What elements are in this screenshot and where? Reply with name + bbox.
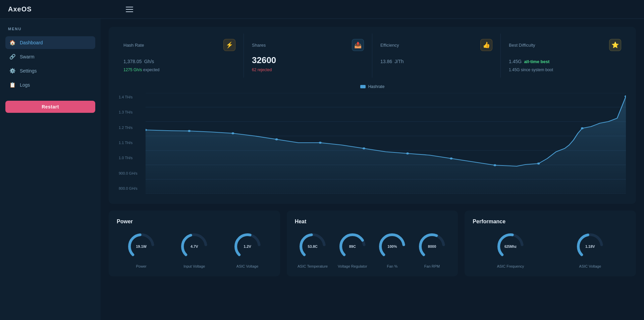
difficulty-badge: all-time best	[524, 59, 549, 64]
difficulty-title: Best Difficulty	[509, 43, 535, 48]
svg-point-12	[275, 138, 278, 140]
hashrate-icon: ⚡	[223, 39, 235, 51]
stat-card-difficulty: Best Difficulty ⭐ 1.45G all-time best 1.…	[501, 34, 629, 78]
gauge-vr-temp: 89C Voltage Regulator	[337, 231, 368, 268]
gauge-input-voltage: 4.7V Input Voltage	[179, 231, 209, 268]
bottom-section: Power 19.1W Power	[109, 211, 636, 276]
y-label-3: 1.2 TH/s	[119, 126, 146, 130]
gauge-power-label: Power	[136, 264, 147, 268]
hashrate-sub: 1275 Gh/s expected	[123, 67, 235, 72]
gauge-vr-temp-value: 89C	[349, 244, 356, 248]
gauge-input-voltage-value: 4.7V	[191, 244, 198, 248]
sidebar-item-settings-label: Settings	[20, 68, 37, 74]
sidebar-item-dashboard[interactable]: 🏠 Dashboard	[5, 36, 95, 49]
gauge-power-svg-wrap: 19.1W	[126, 231, 156, 262]
gauge-input-voltage-svg-wrap: 4.7V	[179, 231, 209, 262]
hashrate-value: 1,378.05 Gh/s	[123, 55, 235, 65]
gauge-fan-rpm-svg-wrap: 8000	[417, 231, 447, 262]
svg-point-11	[231, 132, 234, 134]
sidebar-item-swarm-label: Swarm	[20, 54, 35, 59]
restart-button[interactable]: Restart	[5, 101, 95, 113]
gauge-fan-rpm-label: Fan RPM	[424, 264, 440, 268]
main-content: Hash Rate ⚡ 1,378.05 Gh/s 1275 Gh/s expe…	[101, 19, 644, 320]
gauge-asic-freq-svg-wrap: 625Mhz	[495, 231, 526, 262]
efficiency-title: Efficiency	[380, 43, 399, 48]
svg-point-15	[406, 152, 409, 154]
performance-gauges-row: 625Mhz ASIC Frequency 1.18V ASIC Volt	[473, 231, 628, 268]
efficiency-icon: 👍	[480, 39, 492, 51]
power-panel-title: Power	[117, 219, 272, 225]
heat-gauges-row: 53.8C ASIC Temperature 89C Voltage Re	[295, 231, 450, 268]
stats-cards: Hash Rate ⚡ 1,378.05 Gh/s 1275 Gh/s expe…	[115, 34, 629, 78]
gauge-asic-voltage-svg-wrap: 1.2V	[232, 231, 263, 262]
home-icon: 🏠	[9, 40, 16, 46]
shares-rejected: 62 rejected	[252, 67, 364, 72]
gauge-power: 19.1W Power	[126, 231, 156, 268]
svg-point-17	[494, 164, 496, 166]
sidebar-item-logs[interactable]: 📋 Logs	[5, 79, 95, 91]
sidebar: MENU 🏠 Dashboard 🔗 Swarm ⚙️ Settings 📋 L…	[0, 19, 101, 320]
sidebar-item-logs-label: Logs	[20, 82, 30, 88]
gauge-asic-freq: 625Mhz ASIC Frequency	[495, 231, 526, 268]
heat-panel-title: Heat	[295, 219, 450, 225]
stats-section: Hash Rate ⚡ 1,378.05 Gh/s 1275 Gh/s expe…	[109, 27, 636, 204]
hamburger-menu[interactable]	[126, 7, 133, 12]
y-label-5: 1.0 TH/s	[119, 156, 146, 160]
gauge-asic-temp-svg-wrap: 53.8C	[298, 231, 328, 262]
topbar: AxeOS	[0, 0, 644, 19]
sidebar-item-swarm[interactable]: 🔗 Swarm	[5, 50, 95, 63]
logs-icon: 📋	[9, 82, 16, 88]
gauge-asic-temp: 53.8C ASIC Temperature	[298, 231, 328, 268]
gauge-fan-pct-svg-wrap: 100%	[377, 231, 407, 262]
shares-icon: 📤	[352, 39, 364, 51]
y-label-7: 800.0 GH/s	[119, 186, 146, 190]
swarm-icon: 🔗	[9, 54, 16, 60]
y-label-6: 900.0 GH/s	[119, 171, 146, 175]
difficulty-icon: ⭐	[609, 39, 621, 51]
app-body: MENU 🏠 Dashboard 🔗 Swarm ⚙️ Settings 📋 L…	[0, 19, 644, 320]
gauge-perf-voltage-svg-wrap: 1.18V	[575, 231, 605, 262]
legend-dot	[360, 85, 366, 88]
legend-label: Hashrate	[368, 84, 385, 89]
gauge-fan-pct-value: 100%	[387, 244, 397, 248]
sidebar-item-dashboard-label: Dashboard	[20, 40, 43, 45]
svg-point-19	[581, 127, 584, 129]
hashrate-chart-svg	[146, 93, 626, 194]
gauge-asic-voltage-value: 1.2V	[244, 244, 251, 248]
gauge-vr-temp-label: Voltage Regulator	[338, 264, 367, 268]
gauge-perf-voltage: 1.18V ASIC Voltage	[575, 231, 605, 268]
gauge-power-value: 19.1W	[136, 244, 147, 248]
gauge-asic-voltage-label: ASIC Voltage	[236, 264, 258, 268]
gauge-asic-voltage: 1.2V ASIC Voltage	[232, 231, 263, 268]
gauge-asic-freq-value: 625Mhz	[504, 245, 517, 248]
stat-card-hashrate: Hash Rate ⚡ 1,378.05 Gh/s 1275 Gh/s expe…	[115, 34, 244, 78]
shares-title: Shares	[252, 43, 266, 48]
y-label-2: 1.3 TH/s	[119, 110, 146, 114]
shares-value: 32600	[252, 55, 364, 65]
settings-icon: ⚙️	[9, 68, 16, 74]
performance-panel: Performance 625Mhz ASIC Frequency	[465, 211, 636, 276]
chart-legend: Hashrate	[119, 84, 626, 89]
menu-label: MENU	[5, 27, 95, 31]
gauge-asic-freq-label: ASIC Frequency	[497, 264, 524, 268]
y-label-1: 1.4 TH/s	[119, 95, 146, 99]
gauge-perf-voltage-label: ASIC Voltage	[579, 264, 601, 268]
svg-marker-8	[146, 96, 626, 194]
svg-point-20	[625, 95, 626, 97]
stat-card-shares: Shares 📤 32600 62 rejected	[244, 34, 372, 78]
gauge-vr-temp-svg-wrap: 89C	[337, 231, 368, 262]
gauge-fan-rpm: 8000 Fan RPM	[417, 231, 447, 268]
hashrate-title: Hash Rate	[123, 43, 144, 48]
app-logo: AxeOS	[8, 5, 32, 13]
gauge-fan-rpm-value: 8000	[428, 244, 436, 248]
svg-point-16	[450, 157, 452, 159]
difficulty-value: 1.45G all-time best	[509, 55, 621, 65]
gauge-input-voltage-label: Input Voltage	[183, 264, 205, 268]
power-panel: Power 19.1W Power	[109, 211, 280, 276]
gauge-fan-pct-label: Fan %	[387, 264, 398, 268]
stat-card-efficiency: Efficiency 👍 13.86 J/Th	[372, 34, 501, 78]
svg-point-14	[363, 147, 365, 149]
y-label-4: 1.1 TH/s	[119, 141, 146, 145]
gauge-fan-pct: 100% Fan %	[377, 231, 407, 268]
sidebar-item-settings[interactable]: ⚙️ Settings	[5, 64, 95, 77]
